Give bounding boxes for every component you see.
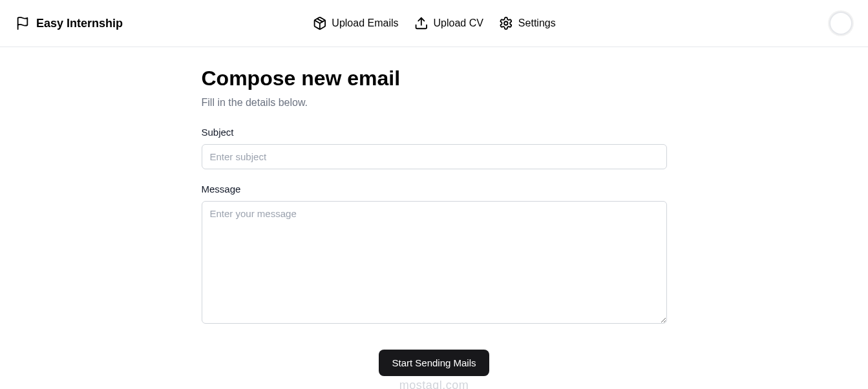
- submit-area: Start Sending Mails mostaql.com: [202, 341, 667, 389]
- package-icon: [312, 16, 326, 30]
- message-textarea[interactable]: [202, 201, 667, 324]
- nav-label: Settings: [518, 17, 556, 29]
- app-header: Easy Internship Upload Emails: [0, 0, 868, 47]
- page-title: Compose new email: [202, 67, 667, 90]
- brand-name: Easy Internship: [36, 17, 123, 30]
- header-right: [829, 12, 852, 35]
- subject-group: Subject: [202, 127, 667, 169]
- brand[interactable]: Easy Internship: [16, 16, 123, 30]
- avatar[interactable]: [829, 12, 852, 35]
- nav-upload-cv[interactable]: Upload CV: [414, 16, 483, 30]
- main-nav: Upload Emails Upload CV Settings: [312, 16, 555, 30]
- subject-input[interactable]: [202, 144, 667, 169]
- gear-icon: [499, 16, 513, 30]
- nav-label: Upload CV: [433, 17, 483, 29]
- flag-icon: [16, 16, 30, 30]
- start-sending-button[interactable]: Start Sending Mails: [379, 350, 489, 376]
- watermark-text: mostaql.com: [202, 379, 667, 389]
- message-group: Message: [202, 184, 667, 326]
- nav-upload-emails[interactable]: Upload Emails: [312, 16, 398, 30]
- message-label: Message: [202, 184, 667, 194]
- subject-label: Subject: [202, 127, 667, 138]
- nav-settings[interactable]: Settings: [499, 16, 556, 30]
- main-content: Compose new email Fill in the details be…: [186, 47, 683, 389]
- svg-point-3: [504, 21, 508, 25]
- page-subtitle: Fill in the details below.: [202, 97, 667, 109]
- nav-label: Upload Emails: [332, 17, 398, 29]
- upload-icon: [414, 16, 428, 30]
